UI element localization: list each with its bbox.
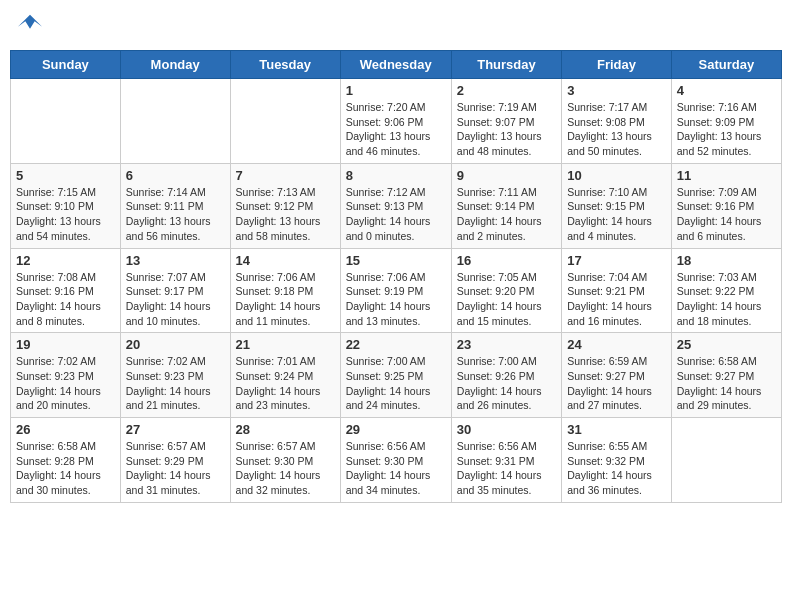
day-number: 19 [16,337,115,352]
calendar-day-cell: 24Sunrise: 6:59 AM Sunset: 9:27 PM Dayli… [562,333,672,418]
day-info: Sunrise: 6:56 AM Sunset: 9:31 PM Dayligh… [457,439,556,498]
day-number: 25 [677,337,776,352]
calendar-day-cell: 18Sunrise: 7:03 AM Sunset: 9:22 PM Dayli… [671,248,781,333]
day-info: Sunrise: 7:02 AM Sunset: 9:23 PM Dayligh… [126,354,225,413]
calendar-week-row: 5Sunrise: 7:15 AM Sunset: 9:10 PM Daylig… [11,163,782,248]
day-info: Sunrise: 7:13 AM Sunset: 9:12 PM Dayligh… [236,185,335,244]
day-number: 11 [677,168,776,183]
day-number: 4 [677,83,776,98]
logo [14,10,44,42]
calendar-day-cell: 7Sunrise: 7:13 AM Sunset: 9:12 PM Daylig… [230,163,340,248]
calendar-day-cell: 29Sunrise: 6:56 AM Sunset: 9:30 PM Dayli… [340,418,451,503]
day-number: 23 [457,337,556,352]
day-info: Sunrise: 7:07 AM Sunset: 9:17 PM Dayligh… [126,270,225,329]
calendar-day-header: Thursday [451,51,561,79]
day-number: 30 [457,422,556,437]
calendar-day-cell: 27Sunrise: 6:57 AM Sunset: 9:29 PM Dayli… [120,418,230,503]
calendar-day-cell: 1Sunrise: 7:20 AM Sunset: 9:06 PM Daylig… [340,79,451,164]
calendar-day-header: Tuesday [230,51,340,79]
calendar-day-cell: 10Sunrise: 7:10 AM Sunset: 9:15 PM Dayli… [562,163,672,248]
calendar-day-cell: 16Sunrise: 7:05 AM Sunset: 9:20 PM Dayli… [451,248,561,333]
calendar-day-cell [230,79,340,164]
calendar-day-cell: 28Sunrise: 6:57 AM Sunset: 9:30 PM Dayli… [230,418,340,503]
day-info: Sunrise: 7:05 AM Sunset: 9:20 PM Dayligh… [457,270,556,329]
day-number: 12 [16,253,115,268]
day-number: 7 [236,168,335,183]
day-info: Sunrise: 6:57 AM Sunset: 9:30 PM Dayligh… [236,439,335,498]
calendar-day-cell: 19Sunrise: 7:02 AM Sunset: 9:23 PM Dayli… [11,333,121,418]
day-info: Sunrise: 7:06 AM Sunset: 9:18 PM Dayligh… [236,270,335,329]
day-number: 20 [126,337,225,352]
day-info: Sunrise: 6:55 AM Sunset: 9:32 PM Dayligh… [567,439,666,498]
calendar-day-cell: 3Sunrise: 7:17 AM Sunset: 9:08 PM Daylig… [562,79,672,164]
day-info: Sunrise: 7:09 AM Sunset: 9:16 PM Dayligh… [677,185,776,244]
day-number: 6 [126,168,225,183]
calendar-day-cell: 8Sunrise: 7:12 AM Sunset: 9:13 PM Daylig… [340,163,451,248]
calendar-day-cell: 5Sunrise: 7:15 AM Sunset: 9:10 PM Daylig… [11,163,121,248]
day-number: 17 [567,253,666,268]
calendar-day-cell [120,79,230,164]
day-info: Sunrise: 6:57 AM Sunset: 9:29 PM Dayligh… [126,439,225,498]
day-info: Sunrise: 7:00 AM Sunset: 9:26 PM Dayligh… [457,354,556,413]
calendar-day-cell: 22Sunrise: 7:00 AM Sunset: 9:25 PM Dayli… [340,333,451,418]
calendar-day-cell: 20Sunrise: 7:02 AM Sunset: 9:23 PM Dayli… [120,333,230,418]
day-info: Sunrise: 7:14 AM Sunset: 9:11 PM Dayligh… [126,185,225,244]
calendar-day-cell: 2Sunrise: 7:19 AM Sunset: 9:07 PM Daylig… [451,79,561,164]
calendar-day-cell: 15Sunrise: 7:06 AM Sunset: 9:19 PM Dayli… [340,248,451,333]
day-number: 31 [567,422,666,437]
calendar-day-cell: 23Sunrise: 7:00 AM Sunset: 9:26 PM Dayli… [451,333,561,418]
calendar-day-cell [11,79,121,164]
day-info: Sunrise: 7:17 AM Sunset: 9:08 PM Dayligh… [567,100,666,159]
calendar-day-cell: 25Sunrise: 6:58 AM Sunset: 9:27 PM Dayli… [671,333,781,418]
day-info: Sunrise: 7:12 AM Sunset: 9:13 PM Dayligh… [346,185,446,244]
day-info: Sunrise: 7:06 AM Sunset: 9:19 PM Dayligh… [346,270,446,329]
day-number: 29 [346,422,446,437]
calendar-day-header: Monday [120,51,230,79]
calendar-week-row: 12Sunrise: 7:08 AM Sunset: 9:16 PM Dayli… [11,248,782,333]
calendar-table: SundayMondayTuesdayWednesdayThursdayFrid… [10,50,782,503]
calendar-day-cell: 6Sunrise: 7:14 AM Sunset: 9:11 PM Daylig… [120,163,230,248]
svg-marker-0 [18,15,42,29]
day-info: Sunrise: 6:58 AM Sunset: 9:27 PM Dayligh… [677,354,776,413]
day-number: 8 [346,168,446,183]
calendar-day-cell: 9Sunrise: 7:11 AM Sunset: 9:14 PM Daylig… [451,163,561,248]
calendar-body: 1Sunrise: 7:20 AM Sunset: 9:06 PM Daylig… [11,79,782,503]
calendar-day-header: Saturday [671,51,781,79]
calendar-day-cell: 21Sunrise: 7:01 AM Sunset: 9:24 PM Dayli… [230,333,340,418]
logo-bird-icon [16,10,44,38]
day-number: 15 [346,253,446,268]
day-info: Sunrise: 7:02 AM Sunset: 9:23 PM Dayligh… [16,354,115,413]
day-number: 24 [567,337,666,352]
calendar-week-row: 26Sunrise: 6:58 AM Sunset: 9:28 PM Dayli… [11,418,782,503]
page-header [10,10,782,42]
day-number: 13 [126,253,225,268]
day-info: Sunrise: 7:15 AM Sunset: 9:10 PM Dayligh… [16,185,115,244]
day-info: Sunrise: 7:01 AM Sunset: 9:24 PM Dayligh… [236,354,335,413]
calendar-day-cell: 4Sunrise: 7:16 AM Sunset: 9:09 PM Daylig… [671,79,781,164]
day-number: 5 [16,168,115,183]
calendar-day-header: Sunday [11,51,121,79]
day-info: Sunrise: 7:03 AM Sunset: 9:22 PM Dayligh… [677,270,776,329]
day-number: 10 [567,168,666,183]
day-info: Sunrise: 6:59 AM Sunset: 9:27 PM Dayligh… [567,354,666,413]
calendar-day-cell: 13Sunrise: 7:07 AM Sunset: 9:17 PM Dayli… [120,248,230,333]
day-info: Sunrise: 7:00 AM Sunset: 9:25 PM Dayligh… [346,354,446,413]
day-number: 9 [457,168,556,183]
calendar-day-cell: 14Sunrise: 7:06 AM Sunset: 9:18 PM Dayli… [230,248,340,333]
calendar-day-header: Wednesday [340,51,451,79]
day-number: 21 [236,337,335,352]
day-number: 14 [236,253,335,268]
day-number: 3 [567,83,666,98]
day-number: 27 [126,422,225,437]
day-info: Sunrise: 7:10 AM Sunset: 9:15 PM Dayligh… [567,185,666,244]
day-info: Sunrise: 7:08 AM Sunset: 9:16 PM Dayligh… [16,270,115,329]
day-number: 16 [457,253,556,268]
calendar-day-cell: 30Sunrise: 6:56 AM Sunset: 9:31 PM Dayli… [451,418,561,503]
day-number: 18 [677,253,776,268]
day-number: 26 [16,422,115,437]
calendar-day-cell [671,418,781,503]
calendar-day-cell: 12Sunrise: 7:08 AM Sunset: 9:16 PM Dayli… [11,248,121,333]
day-info: Sunrise: 7:04 AM Sunset: 9:21 PM Dayligh… [567,270,666,329]
day-info: Sunrise: 7:19 AM Sunset: 9:07 PM Dayligh… [457,100,556,159]
calendar-week-row: 19Sunrise: 7:02 AM Sunset: 9:23 PM Dayli… [11,333,782,418]
